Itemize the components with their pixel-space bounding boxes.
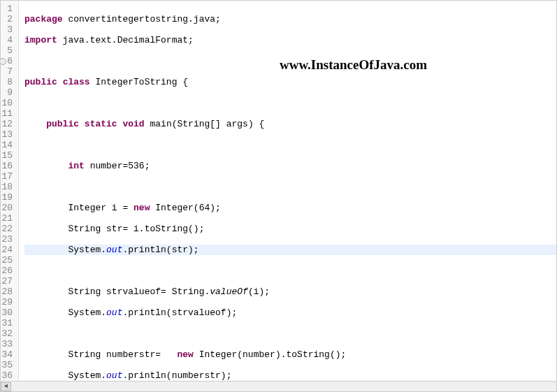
watermark-text: www.InstanceOfJava.com	[280, 57, 427, 73]
line-gutter: 1 2 3 4 5 6 7 8 9 10 11 12 13 14 15 16 1…	[1, 1, 19, 381]
line-number: 8	[1, 77, 15, 87]
code-line: public class IntegerToString {	[24, 77, 556, 87]
line-number: 11	[1, 108, 15, 119]
line-number: 7	[1, 66, 15, 77]
code-line: import java.text.DecimalFormat;	[24, 35, 556, 45]
code-line: Integer i = new Integer(64);	[24, 203, 556, 213]
line-number: 9	[1, 87, 15, 98]
line-number: 16	[1, 161, 15, 171]
code-line	[24, 266, 556, 276]
scroll-left-icon[interactable]: ◄	[1, 382, 11, 391]
code-line	[24, 140, 556, 150]
line-number: 12	[1, 119, 15, 129]
line-number: 1	[1, 3, 15, 14]
line-number: 33	[1, 339, 15, 349]
line-number: 25	[1, 255, 15, 266]
line-number: 13	[1, 129, 15, 140]
line-number: 21	[1, 213, 15, 224]
code-line	[24, 328, 556, 339]
line-number: 35	[1, 360, 15, 370]
line-number: 31	[1, 318, 15, 328]
line-number: 17	[1, 171, 15, 182]
line-number: 32	[1, 328, 15, 339]
line-number: 10	[1, 98, 15, 108]
line-number: 14	[1, 140, 15, 150]
code-line	[24, 98, 556, 108]
line-number: 5	[1, 45, 15, 56]
line-number: 22	[1, 224, 15, 234]
line-number: 36	[1, 370, 15, 381]
line-number: 34	[1, 349, 15, 360]
line-number: 28	[1, 286, 15, 297]
line-number: 15	[1, 150, 15, 161]
code-line: System.out.println(numberstr);	[24, 370, 556, 381]
line-number: 3	[1, 24, 15, 35]
code-line: System.out.println(strvalueof);	[24, 307, 556, 318]
line-number: 6	[1, 56, 15, 66]
line-number: 29	[1, 297, 15, 307]
line-number: 20	[1, 203, 15, 213]
code-line	[24, 182, 556, 192]
code-line: int number=536;	[24, 161, 556, 171]
code-line: String numberstr= new Integer(number).to…	[24, 349, 556, 360]
line-number: 4	[1, 35, 15, 45]
line-number: 27	[1, 276, 15, 286]
line-number: 23	[1, 234, 15, 245]
line-number: 24	[1, 245, 15, 255]
line-number: 19	[1, 192, 15, 203]
line-number: 2	[1, 14, 15, 24]
line-number: 18	[1, 182, 15, 192]
code-editor: 1 2 3 4 5 6 7 8 9 10 11 12 13 14 15 16 1…	[0, 0, 557, 382]
code-line: public static void main(String[] args) {	[24, 119, 556, 129]
code-line: String str= i.toString();	[24, 224, 556, 234]
line-number: 30	[1, 307, 15, 318]
code-line: String strvalueof= String.valueOf(i);	[24, 286, 556, 297]
line-number: 26	[1, 266, 15, 276]
code-line: package convertintegertostring.java;	[24, 14, 556, 24]
code-line-highlighted: System.out.println(str);	[24, 245, 556, 255]
